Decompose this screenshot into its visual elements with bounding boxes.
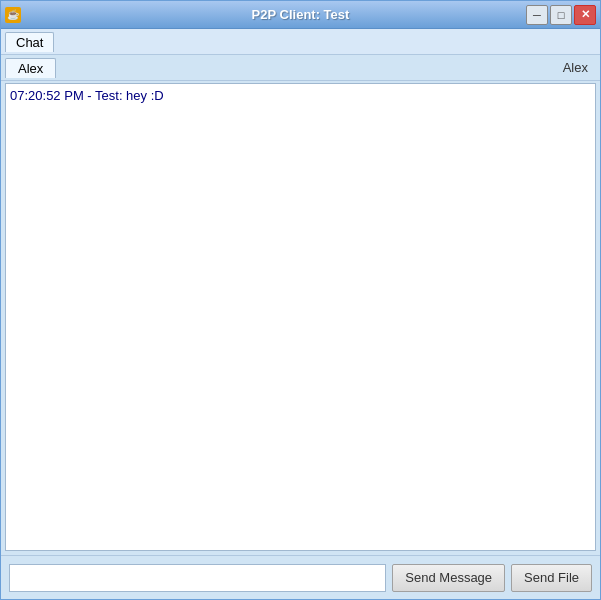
chat-user-label: Alex (563, 60, 596, 75)
content-area: Alex Alex 07:20:52 PM - Test: hey :D (1, 55, 600, 555)
window-controls: ─ □ ✕ (526, 5, 596, 25)
maximize-button[interactable]: □ (550, 5, 572, 25)
title-bar: ☕ P2P Client: Test ─ □ ✕ (1, 1, 600, 29)
minimize-button[interactable]: ─ (526, 5, 548, 25)
title-bar-left: ☕ (5, 7, 21, 23)
chat-messages-area: 07:20:52 PM - Test: hey :D (5, 83, 596, 551)
app-icon: ☕ (5, 7, 21, 23)
close-button[interactable]: ✕ (574, 5, 596, 25)
message-line: 07:20:52 PM - Test: hey :D (10, 88, 591, 103)
chat-header: Alex Alex (1, 55, 600, 81)
menu-bar: Chat (1, 29, 600, 55)
send-file-button[interactable]: Send File (511, 564, 592, 592)
window-title: P2P Client: Test (252, 7, 350, 22)
message-input[interactable] (9, 564, 386, 592)
bottom-bar: Send Message Send File (1, 555, 600, 599)
main-window: ☕ P2P Client: Test ─ □ ✕ Chat Alex Alex … (0, 0, 601, 600)
alex-chat-tab[interactable]: Alex (5, 58, 56, 78)
send-message-button[interactable]: Send Message (392, 564, 505, 592)
chat-menu-tab[interactable]: Chat (5, 32, 54, 52)
